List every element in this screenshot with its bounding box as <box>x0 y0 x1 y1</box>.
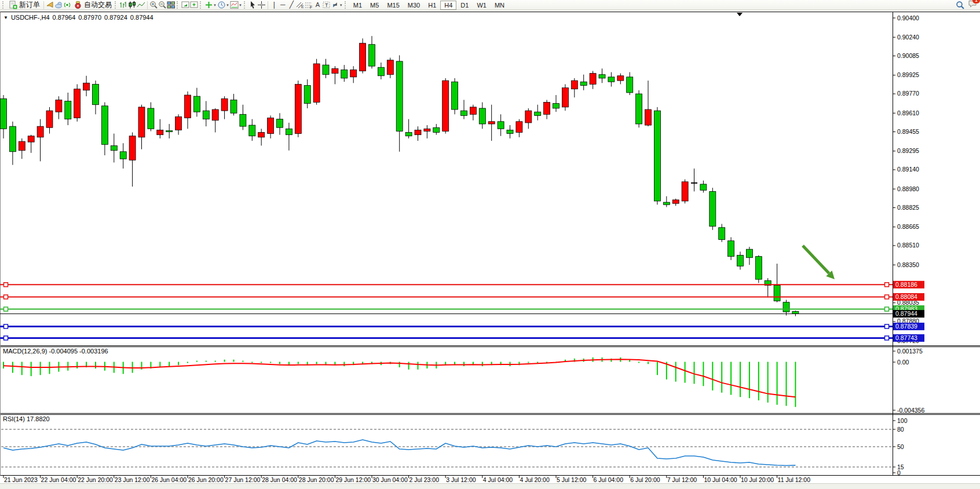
svg-text:F: F <box>310 5 312 9</box>
svg-text:6 Jul 20:00: 6 Jul 20:00 <box>630 476 660 483</box>
pane-frames <box>0 12 980 476</box>
svg-text:0.87743: 0.87743 <box>895 334 917 341</box>
chart-open-value: 0.87964 <box>53 14 76 21</box>
line-drag-handle[interactable] <box>4 336 8 340</box>
candlestick-chart-icon[interactable] <box>128 1 137 9</box>
svg-text:5 Jul 12:00: 5 Jul 12:00 <box>557 476 587 483</box>
horizontal-scroll-strip[interactable] <box>0 483 980 489</box>
svg-text:0.001375: 0.001375 <box>897 348 923 355</box>
zoom-in-icon[interactable] <box>149 1 158 9</box>
svg-text:0.89455: 0.89455 <box>897 128 919 135</box>
timeframe-button-m30[interactable]: M30 <box>404 1 424 10</box>
timeframe-button-m5[interactable]: M5 <box>366 1 383 10</box>
trendline-tool-icon[interactable]: ╱ <box>287 1 296 9</box>
svg-text:0.90240: 0.90240 <box>897 34 919 41</box>
svg-text:100: 100 <box>897 417 908 424</box>
new-order-icon <box>9 1 17 9</box>
svg-text:E: E <box>301 5 304 9</box>
svg-text:4 Jul 04:00: 4 Jul 04:00 <box>483 476 513 483</box>
candles-layer <box>1 36 799 316</box>
publish-cloud-icon[interactable] <box>54 1 63 9</box>
new-order-button[interactable]: 新订单 <box>7 1 42 10</box>
timeframe-button-m1[interactable]: M1 <box>349 1 366 10</box>
line-drag-handle[interactable] <box>885 307 889 311</box>
horizontal-lines <box>0 283 893 340</box>
chevron-down-icon[interactable]: ▼ <box>339 3 343 7</box>
svg-text:11 Jul 12:00: 11 Jul 12:00 <box>778 476 811 483</box>
signals-icon[interactable] <box>63 1 72 9</box>
arrows-tool-icon[interactable] <box>331 1 339 9</box>
line-drag-handle[interactable] <box>4 324 8 329</box>
svg-text:29 Jun 12:00: 29 Jun 12:00 <box>335 476 371 483</box>
new-chart-icon[interactable] <box>190 1 199 9</box>
timeframe-button-h4[interactable]: H4 <box>440 1 456 10</box>
toolbar-grip[interactable] <box>2 1 5 9</box>
chart-close-value: 0.87944 <box>130 14 153 21</box>
svg-text:80: 80 <box>897 426 904 433</box>
add-object-icon[interactable] <box>204 1 213 9</box>
line-drag-handle[interactable] <box>885 336 889 340</box>
chat-unread-badge: 1 <box>972 0 980 3</box>
alert-horn-icon[interactable] <box>46 1 54 9</box>
toolbar-grip[interactable] <box>345 1 347 9</box>
line-drag-handle[interactable] <box>885 324 889 329</box>
fibonacci-tool-icon[interactable]: F <box>305 1 313 9</box>
bar-chart-icon[interactable] <box>119 1 128 9</box>
cursor-tool-icon[interactable] <box>248 1 257 9</box>
toolbar-grip[interactable] <box>244 1 246 9</box>
chevron-down-icon[interactable]: ▼ <box>213 3 217 7</box>
timeframe-button-d1[interactable]: D1 <box>456 1 473 10</box>
collapse-triangle-icon[interactable]: ▼ <box>3 15 8 20</box>
timeframe-button-mn[interactable]: MN <box>491 1 509 10</box>
line-drag-handle[interactable] <box>4 295 8 299</box>
timeframe-group: M1M5M15M30H1H4D1W1MN <box>349 1 509 10</box>
tile-windows-icon[interactable] <box>167 1 175 9</box>
svg-text:0.87839: 0.87839 <box>895 323 917 330</box>
svg-text:0.90400: 0.90400 <box>897 14 919 21</box>
svg-text:0.88510: 0.88510 <box>897 242 919 249</box>
timeframe-button-w1[interactable]: W1 <box>473 1 491 10</box>
toolbar-grip[interactable] <box>177 1 179 9</box>
chat-button[interactable]: 1 <box>968 0 977 10</box>
zoom-out-icon[interactable] <box>158 1 167 9</box>
equidistant-channel-tool-icon[interactable]: E <box>296 1 305 9</box>
period-clock-icon[interactable] <box>217 1 226 9</box>
text-tool-icon[interactable]: A <box>313 1 322 9</box>
svg-text:50: 50 <box>897 443 904 450</box>
timeframe-button-m15[interactable]: M15 <box>383 1 403 10</box>
chevron-down-icon[interactable]: ▼ <box>226 3 229 7</box>
toolbar-grip[interactable] <box>200 1 202 9</box>
indicator-axes: 0.0013750.00-0.0043561008050150 <box>893 348 924 476</box>
chart-canvas[interactable]: 0.904000.902400.900850.899250.897700.896… <box>0 0 980 489</box>
timeframe-button-h1[interactable]: H1 <box>424 1 440 10</box>
svg-text:0: 0 <box>897 469 901 476</box>
toolbar-grip[interactable] <box>115 1 117 9</box>
line-drag-handle[interactable] <box>885 283 889 287</box>
svg-text:10 Jul 04:00: 10 Jul 04:00 <box>704 476 737 483</box>
crosshair-tool-icon[interactable] <box>257 1 266 9</box>
toolbar-separator <box>43 1 44 9</box>
svg-text:-0.004356: -0.004356 <box>897 407 924 414</box>
svg-text:22 Jun 04:00: 22 Jun 04:00 <box>41 476 76 483</box>
strategy-test-icon[interactable] <box>181 1 190 9</box>
down-arrow-annotation[interactable] <box>803 246 835 279</box>
svg-text:0.88825: 0.88825 <box>897 204 919 211</box>
horizontal-line-tool-icon[interactable]: ─ <box>279 1 287 9</box>
line-drag-handle[interactable] <box>4 307 8 311</box>
line-chart-icon[interactable] <box>137 1 145 9</box>
line-drag-handle[interactable] <box>885 295 889 299</box>
text-label-tool-icon[interactable]: T <box>322 1 331 9</box>
chevron-down-icon[interactable]: ▼ <box>239 3 242 7</box>
svg-text:27 Jun 12:00: 27 Jun 12:00 <box>225 476 261 483</box>
auto-trading-button[interactable]: 自动交易 <box>72 1 114 10</box>
svg-text:0.89610: 0.89610 <box>897 110 919 116</box>
svg-text:4 Jul 20:00: 4 Jul 20:00 <box>520 476 550 483</box>
line-drag-handle[interactable] <box>4 283 8 287</box>
svg-text:23 Jun 12:00: 23 Jun 12:00 <box>115 476 150 483</box>
vertical-line-tool-icon[interactable]: | <box>270 1 279 9</box>
search-icon[interactable] <box>956 1 964 9</box>
svg-text:7 Jul 12:00: 7 Jul 12:00 <box>667 476 697 483</box>
indicators-icon[interactable] <box>230 1 239 9</box>
svg-text:T: T <box>325 2 328 8</box>
svg-text:0.89770: 0.89770 <box>897 90 919 97</box>
